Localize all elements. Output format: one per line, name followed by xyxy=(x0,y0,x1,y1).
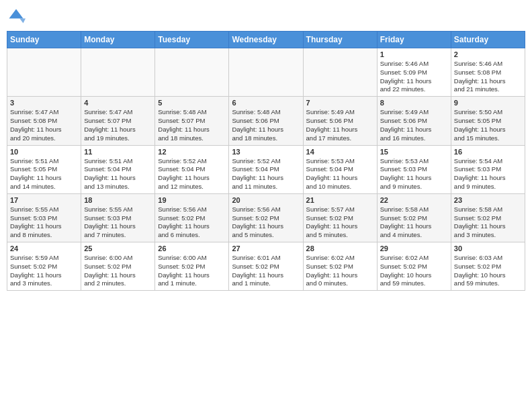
day-cell: 9Sunrise: 5:50 AM Sunset: 5:05 PM Daylig… xyxy=(451,97,525,145)
day-cell: 28Sunrise: 6:02 AM Sunset: 5:02 PM Dayli… xyxy=(303,242,377,291)
day-cell: 15Sunrise: 5:53 AM Sunset: 5:03 PM Dayli… xyxy=(377,145,451,193)
day-cell: 19Sunrise: 5:56 AM Sunset: 5:02 PM Dayli… xyxy=(155,193,229,242)
day-cell: 12Sunrise: 5:52 AM Sunset: 5:04 PM Dayli… xyxy=(155,145,229,193)
day-cell: 6Sunrise: 5:48 AM Sunset: 5:06 PM Daylig… xyxy=(229,97,303,145)
day-cell: 3Sunrise: 5:47 AM Sunset: 5:08 PM Daylig… xyxy=(7,97,81,145)
day-info: Sunrise: 5:58 AM Sunset: 5:02 PM Dayligh… xyxy=(380,205,448,240)
day-number: 24 xyxy=(10,244,78,253)
day-info: Sunrise: 5:46 AM Sunset: 5:09 PM Dayligh… xyxy=(380,60,448,94)
day-cell: 21Sunrise: 5:57 AM Sunset: 5:02 PM Dayli… xyxy=(303,193,377,242)
week-row-4: 17Sunrise: 5:55 AM Sunset: 5:03 PM Dayli… xyxy=(7,193,525,242)
day-cell: 26Sunrise: 6:00 AM Sunset: 5:02 PM Dayli… xyxy=(155,242,229,291)
day-number: 9 xyxy=(454,99,522,107)
day-number: 29 xyxy=(380,244,448,253)
day-number: 5 xyxy=(158,99,226,107)
day-number: 12 xyxy=(158,148,226,156)
day-number: 16 xyxy=(454,148,522,156)
day-number: 10 xyxy=(10,148,78,156)
day-cell xyxy=(7,48,81,97)
day-info: Sunrise: 5:54 AM Sunset: 5:03 PM Dayligh… xyxy=(454,157,522,191)
day-number: 17 xyxy=(10,196,78,204)
svg-marker-1 xyxy=(19,19,26,24)
weekday-header-wednesday: Wednesday xyxy=(229,32,303,48)
day-cell: 11Sunrise: 5:51 AM Sunset: 5:04 PM Dayli… xyxy=(81,145,155,193)
day-info: Sunrise: 5:56 AM Sunset: 5:02 PM Dayligh… xyxy=(232,205,300,240)
day-info: Sunrise: 5:49 AM Sunset: 5:06 PM Dayligh… xyxy=(380,108,448,142)
day-cell: 14Sunrise: 5:53 AM Sunset: 5:04 PM Dayli… xyxy=(303,145,377,193)
day-info: Sunrise: 5:51 AM Sunset: 5:05 PM Dayligh… xyxy=(10,157,78,191)
day-info: Sunrise: 5:53 AM Sunset: 5:04 PM Dayligh… xyxy=(306,157,374,191)
day-info: Sunrise: 5:46 AM Sunset: 5:08 PM Dayligh… xyxy=(454,60,522,94)
header xyxy=(7,7,525,26)
day-cell: 1Sunrise: 5:46 AM Sunset: 5:09 PM Daylig… xyxy=(377,48,451,97)
weekday-header-thursday: Thursday xyxy=(303,32,377,48)
day-cell xyxy=(303,48,377,97)
week-row-3: 10Sunrise: 5:51 AM Sunset: 5:05 PM Dayli… xyxy=(7,145,525,193)
weekday-header-row: SundayMondayTuesdayWednesdayThursdayFrid… xyxy=(7,32,525,48)
day-info: Sunrise: 5:52 AM Sunset: 5:04 PM Dayligh… xyxy=(158,157,226,191)
day-number: 26 xyxy=(158,244,226,253)
day-number: 7 xyxy=(306,99,374,107)
day-number: 3 xyxy=(10,99,78,107)
day-cell: 22Sunrise: 5:58 AM Sunset: 5:02 PM Dayli… xyxy=(377,193,451,242)
day-cell: 27Sunrise: 6:01 AM Sunset: 5:02 PM Dayli… xyxy=(229,242,303,291)
day-number: 25 xyxy=(84,244,152,253)
day-info: Sunrise: 5:59 AM Sunset: 5:02 PM Dayligh… xyxy=(10,254,78,288)
day-info: Sunrise: 6:00 AM Sunset: 5:02 PM Dayligh… xyxy=(158,254,226,288)
day-cell: 4Sunrise: 5:47 AM Sunset: 5:07 PM Daylig… xyxy=(81,97,155,145)
day-info: Sunrise: 5:57 AM Sunset: 5:02 PM Dayligh… xyxy=(306,205,374,240)
day-info: Sunrise: 5:49 AM Sunset: 5:06 PM Dayligh… xyxy=(306,108,374,142)
week-row-2: 3Sunrise: 5:47 AM Sunset: 5:08 PM Daylig… xyxy=(7,97,525,145)
svg-marker-0 xyxy=(9,9,24,19)
day-info: Sunrise: 5:47 AM Sunset: 5:07 PM Dayligh… xyxy=(84,108,152,142)
day-number: 21 xyxy=(306,196,374,204)
day-cell: 23Sunrise: 5:58 AM Sunset: 5:02 PM Dayli… xyxy=(451,193,525,242)
day-cell: 7Sunrise: 5:49 AM Sunset: 5:06 PM Daylig… xyxy=(303,97,377,145)
logo-icon xyxy=(7,7,26,26)
day-info: Sunrise: 6:00 AM Sunset: 5:02 PM Dayligh… xyxy=(84,254,152,288)
day-cell: 2Sunrise: 5:46 AM Sunset: 5:08 PM Daylig… xyxy=(451,48,525,97)
weekday-header-sunday: Sunday xyxy=(7,32,81,48)
day-info: Sunrise: 5:47 AM Sunset: 5:08 PM Dayligh… xyxy=(10,108,78,142)
weekday-header-friday: Friday xyxy=(377,32,451,48)
day-info: Sunrise: 5:58 AM Sunset: 5:02 PM Dayligh… xyxy=(454,205,522,240)
weekday-header-monday: Monday xyxy=(81,32,155,48)
day-number: 14 xyxy=(306,148,374,156)
day-number: 15 xyxy=(380,148,448,156)
day-number: 23 xyxy=(454,196,522,204)
day-cell: 17Sunrise: 5:55 AM Sunset: 5:03 PM Dayli… xyxy=(7,193,81,242)
day-info: Sunrise: 6:02 AM Sunset: 5:02 PM Dayligh… xyxy=(306,254,374,288)
day-cell: 16Sunrise: 5:54 AM Sunset: 5:03 PM Dayli… xyxy=(451,145,525,193)
day-cell: 13Sunrise: 5:52 AM Sunset: 5:04 PM Dayli… xyxy=(229,145,303,193)
day-info: Sunrise: 5:55 AM Sunset: 5:03 PM Dayligh… xyxy=(84,205,152,240)
day-number: 1 xyxy=(380,50,448,58)
day-cell: 29Sunrise: 6:02 AM Sunset: 5:02 PM Dayli… xyxy=(377,242,451,291)
day-info: Sunrise: 5:51 AM Sunset: 5:04 PM Dayligh… xyxy=(84,157,152,191)
day-info: Sunrise: 5:48 AM Sunset: 5:06 PM Dayligh… xyxy=(232,108,300,142)
day-info: Sunrise: 5:50 AM Sunset: 5:05 PM Dayligh… xyxy=(454,108,522,142)
day-info: Sunrise: 6:02 AM Sunset: 5:02 PM Dayligh… xyxy=(380,254,448,288)
day-info: Sunrise: 6:03 AM Sunset: 5:02 PM Dayligh… xyxy=(454,254,522,288)
day-number: 20 xyxy=(232,196,300,204)
day-cell: 18Sunrise: 5:55 AM Sunset: 5:03 PM Dayli… xyxy=(81,193,155,242)
day-info: Sunrise: 5:52 AM Sunset: 5:04 PM Dayligh… xyxy=(232,157,300,191)
day-cell: 20Sunrise: 5:56 AM Sunset: 5:02 PM Dayli… xyxy=(229,193,303,242)
day-number: 19 xyxy=(158,196,226,204)
day-cell: 30Sunrise: 6:03 AM Sunset: 5:02 PM Dayli… xyxy=(451,242,525,291)
day-number: 28 xyxy=(306,244,374,253)
day-cell xyxy=(155,48,229,97)
day-info: Sunrise: 6:01 AM Sunset: 5:02 PM Dayligh… xyxy=(232,254,300,288)
day-number: 18 xyxy=(84,196,152,204)
day-number: 22 xyxy=(380,196,448,204)
weekday-header-saturday: Saturday xyxy=(451,32,525,48)
day-info: Sunrise: 5:56 AM Sunset: 5:02 PM Dayligh… xyxy=(158,205,226,240)
day-cell: 25Sunrise: 6:00 AM Sunset: 5:02 PM Dayli… xyxy=(81,242,155,291)
day-cell: 5Sunrise: 5:48 AM Sunset: 5:07 PM Daylig… xyxy=(155,97,229,145)
day-number: 4 xyxy=(84,99,152,107)
day-number: 2 xyxy=(454,50,522,58)
day-cell xyxy=(81,48,155,97)
weekday-header-tuesday: Tuesday xyxy=(155,32,229,48)
logo xyxy=(7,7,28,26)
day-cell: 24Sunrise: 5:59 AM Sunset: 5:02 PM Dayli… xyxy=(7,242,81,291)
day-number: 6 xyxy=(232,99,300,107)
